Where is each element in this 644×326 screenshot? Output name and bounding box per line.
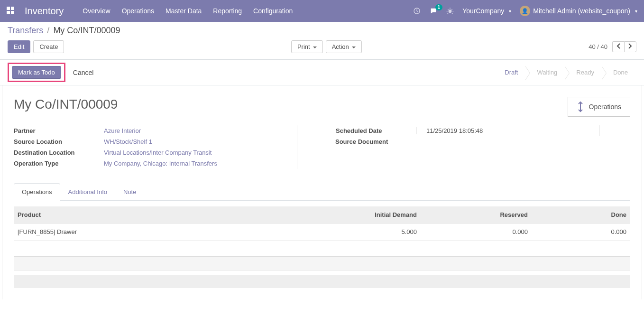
tab-operations[interactable]: Operations: [14, 183, 60, 201]
highlight-annotation: Mark as Todo: [8, 63, 65, 82]
table-footer: [14, 257, 630, 271]
chevron-left-icon: [616, 43, 620, 49]
top-navbar: Inventory Overview Operations Master Dat…: [0, 0, 644, 22]
form-title: My Co/INT/00009: [14, 97, 630, 112]
navbar-right-icons: 1 YourCompany ▾ 👤 Mitchell Admin (websit…: [413, 6, 637, 16]
pager: 40 / 40: [589, 41, 636, 52]
status-flow: Draft Waiting Ready Done: [494, 66, 636, 79]
breadcrumb-current: My Co/INT/00009: [53, 26, 120, 36]
cell-done: 0.000: [532, 224, 630, 241]
table-footer-bar: [14, 275, 630, 288]
tab-additional-info[interactable]: Additional Info: [60, 183, 115, 201]
edit-button[interactable]: Edit: [8, 40, 30, 53]
activity-icon[interactable]: [413, 7, 421, 15]
status-step-done[interactable]: Done: [603, 66, 636, 79]
svg-rect-0: [7, 7, 10, 10]
main-menu: Overview Operations Master Data Reportin…: [83, 7, 293, 15]
status-step-ready[interactable]: Ready: [566, 66, 603, 79]
operations-table: Product Initial Demand Reserved Done [FU…: [14, 206, 630, 271]
updown-arrow-icon: [577, 101, 584, 112]
company-selector[interactable]: YourCompany ▾: [462, 7, 511, 15]
table-row[interactable]: [FURN_8855] Drawer 5.000 0.000 0.000: [14, 224, 630, 241]
cell-reserved: 0.000: [421, 224, 532, 241]
menu-reporting[interactable]: Reporting: [213, 7, 242, 15]
tab-note[interactable]: Note: [115, 183, 144, 201]
operation-type-label: Operation Type: [14, 160, 104, 167]
operation-type-value[interactable]: My Company, Chicago: Internal Transfers: [104, 160, 217, 167]
source-location-value[interactable]: WH/Stock/Shelf 1: [104, 138, 152, 145]
partner-value[interactable]: Azure Interior: [104, 127, 141, 134]
pager-prev-button[interactable]: [612, 41, 624, 52]
breadcrumb: Transfers / My Co/INT/00009: [8, 26, 636, 36]
chevron-right-icon: [628, 43, 632, 49]
operations-stat-label: Operations: [589, 103, 621, 111]
operations-stat-button[interactable]: Operations: [568, 97, 630, 117]
cancel-button[interactable]: Cancel: [69, 66, 98, 79]
control-panel: Transfers / My Co/INT/00009 Edit Create …: [0, 22, 644, 59]
menu-master-data[interactable]: Master Data: [166, 7, 202, 15]
svg-point-5: [449, 9, 452, 13]
user-menu[interactable]: 👤 Mitchell Admin (website_coupon) ▾: [520, 6, 637, 16]
col-done[interactable]: Done: [532, 206, 630, 224]
menu-operations[interactable]: Operations: [122, 7, 154, 15]
notebook: Operations Additional Info Note Product …: [14, 183, 630, 288]
status-bar: Mark as Todo Cancel Draft Waiting Ready …: [0, 59, 644, 85]
col-initial-demand[interactable]: Initial Demand: [248, 206, 421, 224]
action-dropdown[interactable]: Action: [326, 40, 362, 53]
mark-as-todo-button[interactable]: Mark as Todo: [12, 66, 61, 79]
apps-icon[interactable]: [7, 7, 15, 15]
table-empty-row: [14, 241, 630, 257]
company-name: YourCompany: [462, 7, 504, 15]
scheduled-date-label: Scheduled Date: [336, 127, 426, 134]
messages-icon[interactable]: 1: [429, 7, 438, 15]
svg-rect-2: [7, 11, 10, 14]
chevron-down-icon: ▾: [635, 9, 637, 14]
svg-rect-1: [11, 7, 14, 10]
status-step-waiting[interactable]: Waiting: [526, 66, 566, 79]
app-brand[interactable]: Inventory: [25, 6, 64, 17]
messages-badge: 1: [435, 4, 443, 10]
svg-rect-3: [11, 11, 14, 14]
cell-product: [FURN_8855] Drawer: [14, 224, 248, 241]
cell-demand: 5.000: [248, 224, 421, 241]
avatar: 👤: [520, 6, 530, 16]
create-button[interactable]: Create: [33, 40, 64, 53]
source-document-label: Source Document: [335, 138, 425, 145]
source-location-label: Source Location: [14, 138, 104, 145]
form-sheet: Operations My Co/INT/00009 Partner Azure…: [2, 85, 642, 299]
status-step-draft[interactable]: Draft: [494, 66, 526, 79]
destination-location-value[interactable]: Virtual Locations/Inter Company Transit: [104, 149, 212, 156]
breadcrumb-parent[interactable]: Transfers: [8, 26, 43, 36]
print-dropdown[interactable]: Print: [291, 40, 323, 53]
partner-label: Partner: [14, 127, 104, 134]
col-product[interactable]: Product: [14, 206, 248, 224]
menu-overview[interactable]: Overview: [83, 7, 110, 15]
chevron-down-icon: ▾: [509, 9, 511, 14]
debug-icon[interactable]: [446, 7, 454, 15]
pager-next-button[interactable]: [624, 41, 636, 52]
breadcrumb-separator: /: [47, 26, 49, 36]
scheduled-date-value: 11/25/2019 18:05:48: [416, 127, 483, 134]
destination-location-label: Destination Location: [14, 149, 104, 156]
pager-text: 40 / 40: [589, 43, 607, 50]
user-name: Mitchell Admin (website_coupon): [533, 7, 630, 15]
col-reserved[interactable]: Reserved: [421, 206, 532, 224]
menu-configuration[interactable]: Configuration: [253, 7, 293, 15]
